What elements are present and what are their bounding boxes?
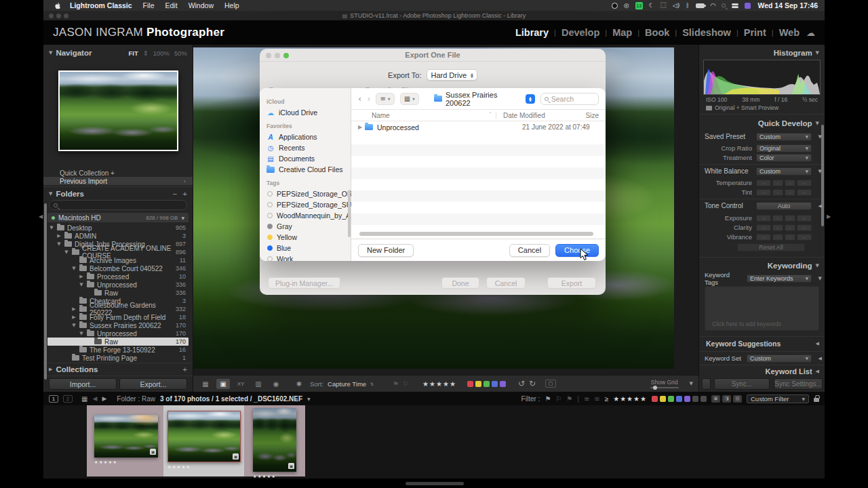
volume-row[interactable]: Macintosh HD 828 / 998 GB ▼ <box>47 213 189 222</box>
temperature-steppers[interactable]: ‹‹‹››› <box>756 180 812 186</box>
folder-tree-item[interactable]: ▶ Colesbourne Gardens 250222332 <box>47 305 189 313</box>
catalog-item[interactable]: Quick Collection + <box>43 169 193 177</box>
forward-arrow-icon[interactable]: ▶ <box>102 395 106 402</box>
color-label-chip[interactable] <box>668 396 674 402</box>
volume-collapse-icon[interactable]: ▼ <box>181 216 184 220</box>
clarity-steppers[interactable]: ‹‹‹››› <box>756 224 812 231</box>
filter-edit-icon[interactable]: ≡ <box>584 395 589 403</box>
camera-icon[interactable]: ◎ <box>624 3 629 9</box>
module-map[interactable]: Map <box>612 27 632 38</box>
quick-develop-header[interactable]: Quick Develop▼ <box>699 118 825 128</box>
new-folder-button[interactable]: New Folder <box>358 244 414 257</box>
folder-tree-item[interactable]: ▶ ADMIN3 <box>47 232 189 240</box>
app-status-icon[interactable] <box>745 3 751 9</box>
right-panel-scrollbar[interactable] <box>821 125 824 226</box>
sidebar-item[interactable]: ▤Documents <box>267 153 351 164</box>
reset-all-button[interactable]: Reset All <box>737 243 805 251</box>
folder-tree-item[interactable]: ▼ Belcombe Court 040522346 <box>47 264 189 272</box>
collections-header[interactable]: ▶ Collections + <box>43 365 193 374</box>
compare-view-button[interactable]: XY <box>234 379 248 389</box>
rotate-right-icon[interactable]: ↻ <box>529 379 536 388</box>
focus-moon-icon[interactable]: ☾ <box>649 3 654 9</box>
thumbnail-photo[interactable] <box>94 415 158 458</box>
thumbnail-star-rating[interactable]: ★★★★★ <box>253 474 276 479</box>
folders-header[interactable]: ▼ Folders − + <box>43 188 193 199</box>
people-view-button[interactable]: ◉ <box>269 379 283 389</box>
done-button[interactable]: Done <box>441 277 479 289</box>
folder-tree-item[interactable]: Test Printing Page1 <box>47 354 189 362</box>
forward-button[interactable]: › <box>367 94 370 104</box>
color-label-chip[interactable] <box>660 396 666 402</box>
flag-pick-icon[interactable]: ⚑ <box>393 380 399 388</box>
folder-tree-item[interactable]: ▼ Unprocessed336 <box>47 281 189 289</box>
menubar-item-window[interactable]: Window <box>189 1 214 9</box>
cloud-sync-icon[interactable]: ☁ <box>806 28 815 38</box>
survey-view-button[interactable]: ▥ <box>252 379 265 389</box>
filter-virtual-icon[interactable]: ▥ <box>733 395 742 403</box>
second-window-button[interactable]: 2 <box>63 395 73 403</box>
navigator-zoom-100[interactable]: 100% <box>153 49 170 57</box>
crop-ratio-dropdown[interactable]: Original▼ <box>756 144 812 152</box>
filter-flag-reject-icon[interactable]: ⚑ <box>566 395 572 403</box>
horizontal-scrollbar[interactable] <box>357 232 600 236</box>
right-panel-collapse-arrow[interactable]: ▶ <box>827 214 831 220</box>
filmstrip-source-label[interactable]: Folder : Raw <box>117 395 155 403</box>
color-label-chip[interactable] <box>484 381 490 387</box>
thumbnail-photo[interactable] <box>167 411 241 462</box>
histogram-header[interactable]: Histogram▼ <box>699 47 825 58</box>
navigator-fit[interactable]: FIT <box>128 49 138 57</box>
sidebar-item[interactable]: Creative Cloud Files <box>267 164 351 175</box>
import-button[interactable]: Import... <box>49 378 117 390</box>
export-to-dropdown[interactable]: Hard Drive ▲▼ <box>427 69 477 81</box>
thumbnail-badge-icon[interactable]: ▣ <box>288 463 294 469</box>
white-balance-dropdown[interactable]: Custom▼ <box>756 167 812 176</box>
thumbnail-photo[interactable] <box>253 408 296 472</box>
back-arrow-icon[interactable]: ◀ <box>92 395 97 402</box>
sidebar-item[interactable]: WoodMannequin_by_A... <box>267 210 351 221</box>
folder-tree-item[interactable]: Raw336 <box>47 289 189 297</box>
color-label-chip[interactable] <box>475 381 481 387</box>
thumbnail-badge-icon[interactable]: ▣ <box>150 449 156 455</box>
choose-button[interactable]: Choose <box>555 244 599 257</box>
icon-view-dropdown[interactable]: ▦▼ <box>400 93 419 105</box>
thumbnail-badge-icon[interactable]: ▣ <box>233 453 239 460</box>
column-size[interactable]: Size <box>576 112 599 119</box>
sidebar-item[interactable]: ☁iCloud Drive <box>267 107 351 118</box>
loupe-view-button[interactable]: ▣ <box>216 379 230 389</box>
section-expand-icon[interactable]: ▼ <box>818 276 822 281</box>
folders-search-input[interactable] <box>49 200 187 210</box>
grid-slider[interactable] <box>650 387 679 388</box>
volume-icon[interactable]: ◁) <box>673 3 679 9</box>
folders-remove-button[interactable]: − <box>173 190 178 198</box>
color-label-chip[interactable] <box>467 381 473 387</box>
left-panel-collapse-arrow[interactable]: ◀ <box>39 214 43 220</box>
filter-thumb-icon[interactable]: ▣ <box>711 395 720 403</box>
vibrance-steppers[interactable]: ‹‹‹››› <box>756 234 812 241</box>
sidebar-item[interactable]: PEPSized_Storage_SU... <box>267 199 351 210</box>
filmstrip-status[interactable]: 3 of 170 photos / 1 selected / _DSC1602.… <box>160 395 302 403</box>
color-label-chip[interactable] <box>676 396 682 402</box>
folder-tree-item[interactable]: ▼ Unprocessed170 <box>47 329 189 338</box>
exposure-steppers[interactable]: ‹‹‹››› <box>756 215 812 222</box>
folder-tree-item[interactable]: The Forge 13-15092216 <box>47 346 189 354</box>
thumbnail-star-rating[interactable]: ★★★★★ <box>94 460 117 464</box>
sync-button[interactable]: Sync... <box>714 378 770 390</box>
keyword-suggestions-header[interactable]: Keyword Suggestions ◀ <box>699 339 825 348</box>
finder-search-input[interactable]: Search <box>540 93 599 105</box>
battery-icon[interactable] <box>696 3 705 8</box>
sidebar-item[interactable]: ◷Recents <box>267 142 351 153</box>
folders-add-button[interactable]: + <box>182 190 187 198</box>
navigator-zoom-50[interactable]: 50% <box>174 49 187 57</box>
histogram-chart[interactable] <box>703 60 821 95</box>
sync-toggle-icon[interactable] <box>702 378 711 390</box>
sort-value-dropdown[interactable]: Capture Time <box>328 380 366 388</box>
sidebar-item[interactable]: Work <box>267 253 351 261</box>
keyword-set-dropdown[interactable]: Custom▼ <box>747 354 812 363</box>
star-rating[interactable]: ★★★★★ <box>422 380 456 388</box>
toolbar-options-icon[interactable]: ▼ <box>690 381 693 386</box>
disclosure-icon[interactable]: ▶ <box>358 124 365 130</box>
painter-tool-icon[interactable]: ✱ <box>292 379 306 389</box>
module-web[interactable]: Web <box>779 27 800 38</box>
custom-filter-dropdown[interactable]: Custom Filter▼ <box>747 394 809 403</box>
filter-edit2-icon[interactable]: ≋ <box>594 395 599 403</box>
